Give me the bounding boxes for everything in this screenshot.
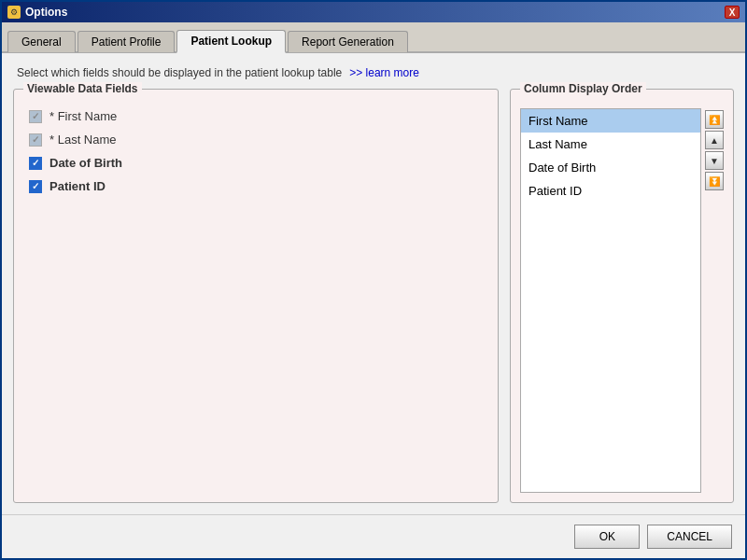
column-item-dob[interactable]: Date of Birth (521, 156, 700, 179)
tab-patient-profile[interactable]: Patient Profile (78, 31, 176, 52)
title-bar-left: ⚙ Options (7, 6, 67, 19)
app-icon: ⚙ (7, 6, 21, 19)
field-row-first-name: First Name (23, 105, 488, 128)
dialog-title: Options (25, 6, 67, 19)
close-button[interactable]: X (725, 6, 740, 19)
info-row: Select which fields should be displayed … (13, 64, 734, 81)
checkbox-dob[interactable] (29, 157, 42, 170)
move-up-button[interactable]: ▲ (705, 131, 724, 149)
move-down-button[interactable]: ▼ (705, 151, 724, 170)
field-row-dob: Date of Birth (23, 151, 488, 175)
column-item-patient-id[interactable]: Patient ID (521, 179, 700, 203)
move-top-button[interactable]: ⏫ (705, 110, 724, 129)
tab-general[interactable]: General (7, 31, 76, 52)
move-bottom-button[interactable]: ⏬ (705, 172, 724, 190)
column-display-label: Column Display Order (520, 82, 646, 95)
options-dialog: ⚙ Options X General Patient Profile Pati… (0, 0, 747, 560)
field-label-patient-id: Patient ID (49, 179, 106, 193)
column-list: First Name Last Name Date of Birth Patie… (520, 108, 701, 493)
info-text: Select which fields should be displayed … (17, 66, 342, 79)
bottom-bar: OK CANCEL (2, 514, 745, 558)
field-label-first-name: First Name (49, 109, 117, 123)
order-buttons: ⏫ ▲ ▼ ⏬ (705, 108, 724, 493)
ok-button[interactable]: OK (574, 525, 640, 549)
tabs-bar: General Patient Profile Patient Lookup R… (2, 22, 745, 53)
checkbox-patient-id[interactable] (29, 180, 42, 193)
column-display-panel: Column Display Order First Name Last Nam… (510, 89, 734, 503)
field-label-last-name: Last Name (49, 133, 117, 147)
checkbox-last-name[interactable] (29, 133, 42, 147)
field-row-last-name: Last Name (23, 128, 488, 151)
learn-more-link[interactable]: learn more (349, 66, 419, 79)
cancel-button[interactable]: CANCEL (647, 525, 732, 549)
field-label-dob: Date of Birth (49, 156, 122, 170)
viewable-fields-panel: Viewable Data Fields First Name Last Nam… (13, 89, 499, 503)
content-area: Select which fields should be displayed … (2, 53, 745, 514)
column-list-wrapper: First Name Last Name Date of Birth Patie… (520, 108, 724, 493)
panels-row: Viewable Data Fields First Name Last Nam… (13, 89, 734, 503)
field-row-patient-id: Patient ID (23, 175, 488, 198)
tab-patient-lookup[interactable]: Patient Lookup (176, 30, 286, 53)
column-item-first-name[interactable]: First Name (521, 109, 700, 133)
column-item-last-name[interactable]: Last Name (521, 133, 700, 156)
checkbox-first-name[interactable] (29, 110, 42, 123)
viewable-fields-label: Viewable Data Fields (23, 82, 142, 95)
title-bar: ⚙ Options X (2, 2, 745, 22)
tab-report-generation[interactable]: Report Generation (288, 31, 408, 52)
